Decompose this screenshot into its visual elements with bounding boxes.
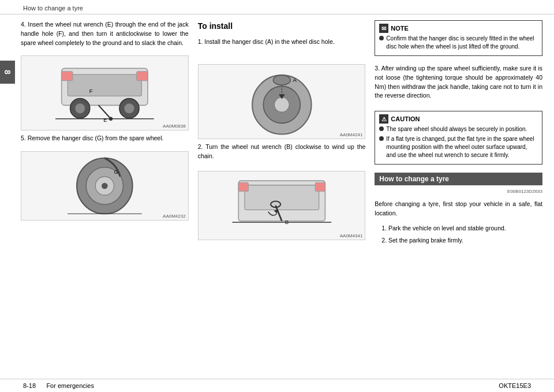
page-body: 8 4. Insert the wheel nut wrench (E) thr… — [0, 14, 554, 379]
svg-rect-2 — [62, 72, 73, 81]
wind-chain-svg: B — [199, 171, 365, 240]
svg-rect-1 — [68, 74, 141, 96]
step5-text: 5. Remove the hanger disc (G) from the s… — [21, 134, 189, 145]
step1-install-text: 1. Install the hanger disc (A) in the wh… — [198, 38, 366, 49]
header-title: How to change a tyre — [23, 5, 83, 12]
caution-label: CAUTION — [391, 115, 420, 122]
step2-install-text: 2. Turn the wheel nut wrench (B) clockwi… — [198, 143, 366, 163]
svg-point-22 — [273, 75, 290, 85]
footer-left: 8-18 For emergencies — [23, 382, 94, 389]
note-label: NOTE — [391, 25, 409, 32]
svg-rect-27 — [245, 185, 319, 210]
illustration-hanger-disc: A AA0M4241 — [198, 64, 366, 139]
footer-code: OKTE15E3 — [499, 382, 531, 389]
svg-text:G: G — [114, 169, 118, 175]
how-to-change-title: How to change a tyre — [379, 175, 449, 183]
svg-rect-29 — [315, 183, 325, 192]
illus-mid1-caption: AA0M4241 — [340, 132, 363, 137]
caution-dot-1 — [379, 126, 384, 131]
right-column: ✉ NOTE Confirm that the hanger disc is s… — [375, 20, 542, 373]
illus1-caption: AA0M0838 — [163, 124, 186, 129]
caution-header: ⚠ CAUTION — [379, 114, 538, 124]
page-number: 8-18 — [23, 382, 36, 389]
page-footer: 8-18 For emergencies OKTE15E3 — [0, 379, 554, 392]
left-column: 4. Insert the wheel nut wrench (E) throu… — [21, 20, 189, 373]
illus2-caption: AA0M4232 — [163, 214, 186, 219]
illustration-wind-chain: B AA0M4341 — [198, 171, 366, 240]
illustration-car-jack: F E AA0M0838 — [21, 55, 189, 130]
spare-wheel-svg: G — [21, 152, 188, 220]
illustration-spare-wheel: G AA0M4232 — [21, 151, 189, 221]
to-install-title: To install — [198, 21, 366, 31]
note-icon: ✉ — [379, 24, 388, 33]
how-to-change-intro: Before changing a tyre, first stop your … — [375, 200, 542, 221]
note-box: ✉ NOTE Confirm that the hanger disc is s… — [375, 20, 542, 56]
svg-point-16 — [102, 183, 108, 189]
svg-point-21 — [274, 97, 289, 112]
caution-text-2: If a flat tyre is changed, put the flat … — [386, 135, 538, 159]
caution-icon: ⚠ — [379, 114, 388, 124]
svg-point-10 — [109, 117, 113, 121]
hanger-disc-svg: A — [199, 65, 365, 139]
page-header: How to change a tyre — [0, 0, 554, 14]
content-area: 4. Insert the wheel nut wrench (E) throu… — [15, 14, 554, 379]
step1-change: 1. Park the vehicle on level and stable … — [375, 224, 542, 233]
step2-change: 2. Set the parking brake firmly. — [375, 236, 542, 245]
caution-bullet-1: The spare wheel should always be securel… — [379, 125, 538, 133]
svg-rect-3 — [137, 72, 148, 81]
illus-mid2-caption: AA0M4341 — [340, 233, 363, 238]
how-to-change-box: How to change a tyre — [375, 173, 542, 185]
footer-section: For emergencies — [46, 382, 94, 389]
caution-bullet-2: If a flat tyre is changed, put the flat … — [379, 135, 538, 159]
caution-text-1: The spare wheel should always be securel… — [386, 125, 527, 133]
chapter-tab: 8 — [0, 61, 15, 84]
middle-column: To install 1. Install the hanger disc (A… — [198, 20, 366, 373]
note-bullet-text: Confirm that the hanger disc is securely… — [386, 35, 538, 51]
note-header: ✉ NOTE — [379, 24, 538, 33]
note-bullet-item: Confirm that the hanger disc is securely… — [379, 35, 538, 51]
page-container: How to change a tyre 8 4. Insert the whe… — [0, 0, 554, 392]
svg-point-7 — [124, 103, 134, 113]
step4-text: 4. Insert the wheel nut wrench (E) throu… — [21, 20, 189, 50]
note-bullet-dot — [379, 36, 384, 40]
caution-dot-2 — [379, 136, 384, 141]
svg-text:E: E — [103, 117, 107, 123]
step3-text: 3. After winding up the spare wheel suff… — [375, 64, 542, 103]
chapter-number: 8 — [3, 70, 12, 74]
how-to-change-code: E00B0123D2633 — [375, 189, 542, 194]
caution-box: ⚠ CAUTION The spare wheel should always … — [375, 111, 542, 165]
svg-text:F: F — [89, 88, 93, 94]
svg-text:A: A — [293, 77, 297, 83]
svg-rect-28 — [238, 183, 248, 192]
svg-point-5 — [75, 103, 85, 113]
car-jack-svg: F E — [21, 56, 188, 130]
